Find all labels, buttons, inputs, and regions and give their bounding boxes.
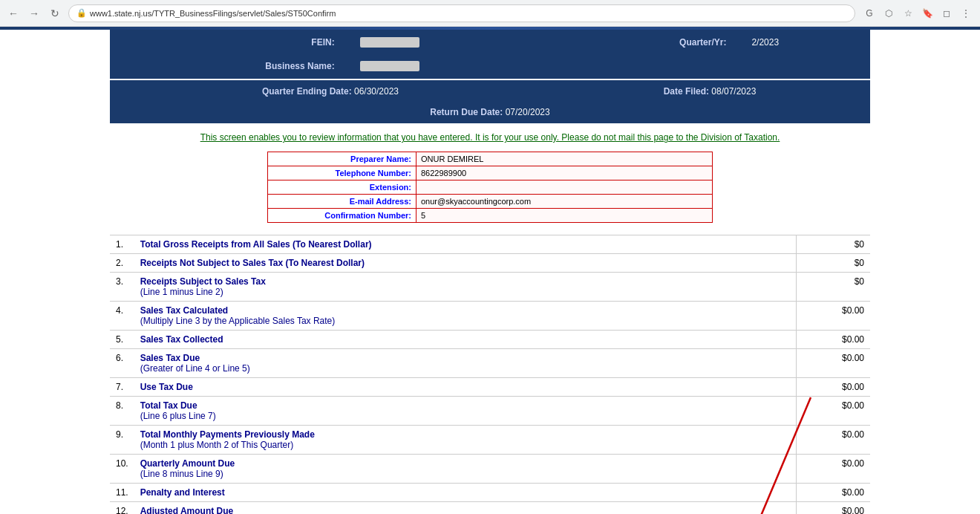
line-amount: $0.00 xyxy=(796,349,870,378)
return-due-label: Return Due Date: xyxy=(430,107,503,117)
line-item-row: 8.Total Tax Due(Line 6 plus Line 7)$0.00 xyxy=(110,397,870,426)
telephone-row: Telephone Number: 8622989900 xyxy=(268,166,713,180)
fein-value xyxy=(348,31,558,53)
url-text: www1.state.nj.us/TYTR_BusinessFilings/se… xyxy=(90,9,336,18)
email-value: onur@skyaccountingcorp.com xyxy=(416,195,713,209)
line-item-row: 5.Sales Tax Collected$0.00 xyxy=(110,331,870,349)
business-name-value xyxy=(348,55,558,77)
line-description: Sales Tax Collected xyxy=(134,331,796,349)
line-items-table: 1.Total Gross Receipts from All Sales (T… xyxy=(110,235,870,514)
main-content: FEIN: Quarter/Yr: 2/2023 Business Name: … xyxy=(0,30,980,514)
line-number: 5. xyxy=(110,331,134,349)
line-number: 12. xyxy=(110,502,134,515)
preparer-name-row: Preparer Name: ONUR DEMIREL xyxy=(268,152,713,166)
bookmark-star-icon[interactable]: ☆ xyxy=(900,5,916,22)
line-amount: $0.00 xyxy=(796,426,870,455)
line-description: Quarterly Amount Due(Line 8 minus Line 9… xyxy=(134,455,796,484)
line-amount: $0 xyxy=(796,273,870,302)
line-description: Total Monthly Payments Previously Made(M… xyxy=(134,426,796,455)
line-amount: $0.00 xyxy=(796,378,870,397)
telephone-label: Telephone Number: xyxy=(268,166,416,180)
line-description: Sales Tax Due(Greater of Line 4 or Line … xyxy=(134,349,796,378)
line-amount: $0.00 xyxy=(796,397,870,426)
line-item-row: 1.Total Gross Receipts from All Sales (T… xyxy=(110,235,870,254)
line-item-row: 10.Quarterly Amount Due(Line 8 minus Lin… xyxy=(110,455,870,484)
confirmation-label: Confirmation Number: xyxy=(268,209,416,223)
line-number: 4. xyxy=(110,302,134,331)
preparer-name-value: ONUR DEMIREL xyxy=(416,152,713,166)
quarter-ending-value: 06/30/2023 xyxy=(354,86,399,97)
line-item-row: 6.Sales Tax Due(Greater of Line 4 or Lin… xyxy=(110,349,870,378)
quarter-ending-label: Quarter Ending Date: xyxy=(262,86,352,97)
preparer-name-label: Preparer Name: xyxy=(268,152,416,166)
line-description: Adjusted Amount Due(Line 10 plus Line 11… xyxy=(134,502,796,515)
browser-icons: G ⬡ ☆ 🔖 ◻ ⋮ xyxy=(861,5,974,22)
line-amount: $0.00 xyxy=(796,455,870,484)
line-item-row: 4.Sales Tax Calculated(Multiply Line 3 b… xyxy=(110,302,870,331)
line-amount: $0.00 xyxy=(796,502,870,515)
date-filed-label: Date Filed: xyxy=(664,86,709,97)
profile-icon[interactable]: ◻ xyxy=(938,5,955,22)
confirmation-value: 5 xyxy=(416,209,713,223)
quarter-yr-value: 2/2023 xyxy=(739,31,869,53)
bookmark-icon[interactable]: 🔖 xyxy=(919,5,935,22)
line-number: 3. xyxy=(110,273,134,302)
line-amount: $0 xyxy=(796,254,870,273)
reload-button[interactable]: ↻ xyxy=(48,6,62,21)
line-number: 7. xyxy=(110,378,134,397)
date-filed-value: 08/07/2023 xyxy=(711,86,756,97)
email-row: E-mail Address: onur@skyaccountingcorp.c… xyxy=(268,195,713,209)
line-number: 10. xyxy=(110,455,134,484)
line-description: Total Gross Receipts from All Sales (To … xyxy=(134,235,796,254)
notice-text: This screen enables you to review inform… xyxy=(110,132,870,143)
line-description: Sales Tax Calculated(Multiply Line 3 by … xyxy=(134,302,796,331)
line-description: Total Tax Due(Line 6 plus Line 7) xyxy=(134,397,796,426)
line-amount: $0.00 xyxy=(796,484,870,502)
return-due-value: 07/20/2023 xyxy=(506,107,550,117)
line-number: 6. xyxy=(110,349,134,378)
line-item-row: 11.Penalty and Interest$0.00 xyxy=(110,484,870,502)
line-number: 11. xyxy=(110,484,134,502)
line-number: 2. xyxy=(110,254,134,273)
line-item-row: 9.Total Monthly Payments Previously Made… xyxy=(110,426,870,455)
email-label: E-mail Address: xyxy=(268,195,416,209)
fein-label: FEIN: xyxy=(111,31,347,53)
address-bar[interactable]: 🔒 www1.state.nj.us/TYTR_BusinessFilings/… xyxy=(68,4,855,22)
line-description: Use Tax Due xyxy=(134,378,796,397)
line-item-row: 3.Receipts Subject to Sales Tax(Line 1 m… xyxy=(110,273,870,302)
quarter-yr-label: Quarter/Yr: xyxy=(560,31,739,53)
line-number: 9. xyxy=(110,426,134,455)
line-description: Receipts Subject to Sales Tax(Line 1 min… xyxy=(134,273,796,302)
line-description: Penalty and Interest xyxy=(134,484,796,502)
confirmation-row: Confirmation Number: 5 xyxy=(268,209,713,223)
extension-row: Extension: xyxy=(268,180,713,195)
business-name-blurred xyxy=(360,61,419,71)
info-form-table: Preparer Name: ONUR DEMIREL Telephone Nu… xyxy=(267,152,713,223)
lock-icon: 🔒 xyxy=(76,8,87,18)
extensions-icon[interactable]: ⬡ xyxy=(881,5,897,22)
line-number: 1. xyxy=(110,235,134,254)
subheader-table: Quarter Ending Date: 06/30/2023 Date Fil… xyxy=(110,80,870,123)
line-number: 8. xyxy=(110,397,134,426)
line-amount: $0.00 xyxy=(796,302,870,331)
back-button[interactable]: ← xyxy=(6,6,21,21)
line-item-row: 12.Adjusted Amount Due(Line 10 plus Line… xyxy=(110,502,870,515)
line-amount: $0 xyxy=(796,235,870,254)
header-table: FEIN: Quarter/Yr: 2/2023 Business Name: xyxy=(110,30,870,79)
business-name-label: Business Name: xyxy=(111,55,347,77)
fein-blurred xyxy=(360,37,419,48)
telephone-value: 8622989900 xyxy=(416,166,713,180)
line-item-row: 7.Use Tax Due$0.00 xyxy=(110,378,870,397)
forward-button[interactable]: → xyxy=(27,6,42,21)
menu-icon[interactable]: ⋮ xyxy=(958,5,974,22)
browser-toolbar: ← → ↻ 🔒 www1.state.nj.us/TYTR_BusinessFi… xyxy=(0,0,980,27)
google-icon[interactable]: G xyxy=(861,5,878,22)
line-amount: $0.00 xyxy=(796,331,870,349)
line-description: Receipts Not Subject to Sales Tax (To Ne… xyxy=(134,254,796,273)
line-item-row: 2.Receipts Not Subject to Sales Tax (To … xyxy=(110,254,870,273)
extension-value xyxy=(416,180,713,195)
extension-label: Extension: xyxy=(268,180,416,195)
